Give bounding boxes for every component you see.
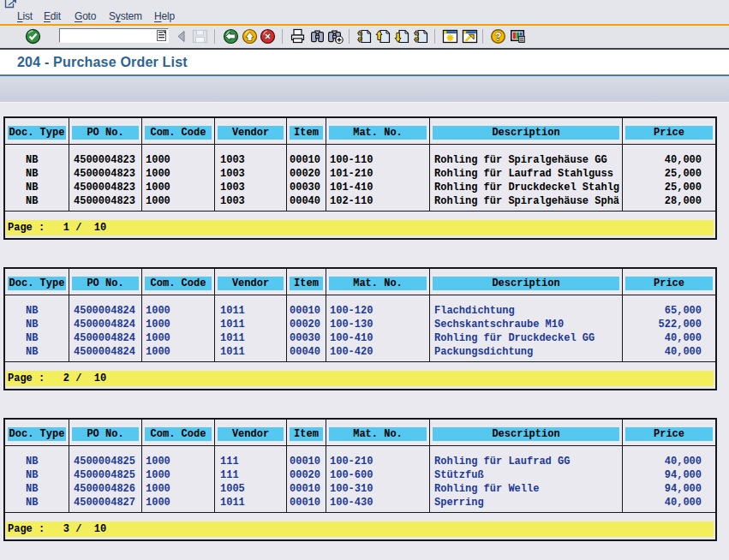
menu-item-help[interactable]: Help	[154, 10, 175, 22]
cell: 102-110	[326, 194, 429, 208]
header-cell: Doc. Type	[5, 118, 69, 144]
cell: 1000	[142, 345, 214, 359]
cell: 100-310	[326, 482, 429, 496]
cell: 1000	[142, 455, 214, 468]
print-button[interactable]	[290, 28, 306, 45]
cell: 1000	[142, 331, 214, 345]
menu-item-list[interactable]: List	[17, 10, 33, 22]
table-body: NBNBNBNB45000048244500004824450000482445…	[5, 295, 715, 362]
cell: 94,000	[623, 482, 715, 496]
header-cell: Com. Code	[142, 420, 215, 445]
menu-item-system[interactable]: System	[109, 10, 142, 22]
back-button[interactable]	[223, 28, 239, 45]
table-column: 1000100010001000	[142, 446, 215, 512]
cell: 00010	[287, 153, 326, 167]
cell: 1000	[142, 318, 214, 331]
cell: Flachdichtung	[430, 304, 622, 318]
column-header-label: Vendor	[218, 427, 284, 441]
table-body: NBNBNBNB45000048234500004823450000482345…	[5, 145, 715, 211]
save-button[interactable]	[192, 28, 208, 45]
menu-items: ListEditGotoSystemHelp	[0, 10, 729, 23]
back-step-button[interactable]	[176, 28, 186, 45]
cell: 40,000	[623, 455, 715, 468]
po-list-table-3: Doc. TypePO No.Com. CodeVendorItemMat. N…	[3, 418, 717, 541]
cell: 94,000	[623, 468, 715, 482]
cell: NB	[5, 482, 69, 496]
cell: Sechskantschraube M10	[430, 318, 622, 331]
sap-gui-window: ListEditGotoSystemHelp	[0, 0, 729, 560]
cell: 100-130	[326, 318, 429, 331]
find-next-icon-button[interactable]	[327, 28, 344, 45]
cell: 101-210	[326, 167, 429, 181]
enter-button[interactable]	[25, 28, 41, 45]
column-header-label: Doc. Type	[8, 427, 66, 441]
create-shortcut-button[interactable]	[462, 28, 478, 45]
table-column: 1011101110111011	[215, 295, 287, 361]
header-cell: Vendor	[215, 420, 287, 445]
cell: 522,000	[623, 318, 715, 331]
cell: 1000	[142, 153, 214, 167]
column-header-label: Description	[433, 277, 619, 290]
cell: 111	[215, 468, 286, 482]
cell: 100-120	[326, 304, 429, 318]
cell: 101-410	[326, 181, 429, 194]
header-cell: Description	[430, 118, 623, 144]
cancel-button[interactable]	[260, 28, 276, 45]
header-cell: Item	[287, 269, 326, 295]
cell: 100-410	[326, 331, 429, 345]
cell: 00020	[287, 318, 326, 331]
cell: 1000	[142, 167, 214, 181]
find-icon-button[interactable]	[309, 28, 326, 45]
cell: Rohling für Spiralgehäuse Sphä	[430, 194, 622, 208]
cell: 4500004825	[69, 468, 141, 482]
cell: 4500004823	[69, 153, 141, 167]
page-status-row: Page : 2 / 10	[5, 371, 715, 398]
table-header-row: Doc. TypePO No.Com. CodeVendorItemMat. N…	[5, 118, 715, 145]
table-column: Rohling für Spiralgehäuse GGRohling für …	[430, 145, 623, 211]
command-field[interactable]	[59, 28, 169, 43]
column-header-label: Item	[290, 427, 323, 441]
menu-item-goto[interactable]: Goto	[75, 10, 96, 22]
report-page-icon	[4, 0, 18, 9]
first-page-button[interactable]	[356, 28, 373, 45]
previous-page-button[interactable]	[375, 28, 391, 45]
command-memo-icon[interactable]	[157, 30, 167, 41]
last-page-button[interactable]	[413, 28, 429, 45]
header-cell: Mat. No.	[326, 269, 430, 295]
column-header-label: Description	[433, 427, 619, 441]
cell: 100-600	[326, 468, 429, 482]
column-header-label: Price	[625, 427, 713, 441]
cell: 4500004827	[69, 496, 141, 509]
table-column: 00010000200003000040	[287, 295, 326, 361]
cell: 40,000	[623, 496, 715, 509]
cell: 1003	[215, 167, 286, 181]
cell: 28,000	[623, 194, 715, 208]
cell: 00020	[287, 167, 326, 181]
help-button[interactable]: ?	[490, 28, 506, 45]
column-header-label: PO No.	[72, 126, 139, 140]
next-page-button[interactable]	[394, 28, 410, 45]
header-cell: Description	[430, 269, 623, 295]
cell: 65,000	[623, 304, 715, 318]
cell: NB	[5, 194, 69, 208]
toolbar-separator	[349, 29, 350, 44]
new-session-button[interactable]	[442, 28, 458, 45]
header-cell: Item	[287, 118, 326, 144]
menu-item-edit[interactable]: Edit	[44, 10, 61, 22]
cell: 4500004823	[69, 167, 141, 181]
toolbar-separator	[434, 29, 435, 44]
cell: 00040	[287, 194, 326, 208]
table-column: 00010000200001000010	[287, 446, 326, 512]
column-header-label: Item	[290, 126, 323, 140]
header-cell: PO No.	[69, 118, 142, 144]
cell: 00010	[287, 482, 326, 496]
cell: 1005	[215, 482, 286, 496]
table-column: 4500004823450000482345000048234500004823	[69, 145, 142, 211]
customize-layout-button[interactable]	[510, 28, 526, 45]
column-header-label: PO No.	[72, 427, 139, 441]
column-header-label: Mat. No.	[329, 277, 427, 290]
column-header-label: Mat. No.	[329, 126, 427, 140]
exit-button[interactable]	[242, 28, 258, 45]
table-column: FlachdichtungSechskantschraube M10Rohlin…	[430, 295, 623, 361]
cell: 1000	[142, 304, 214, 318]
